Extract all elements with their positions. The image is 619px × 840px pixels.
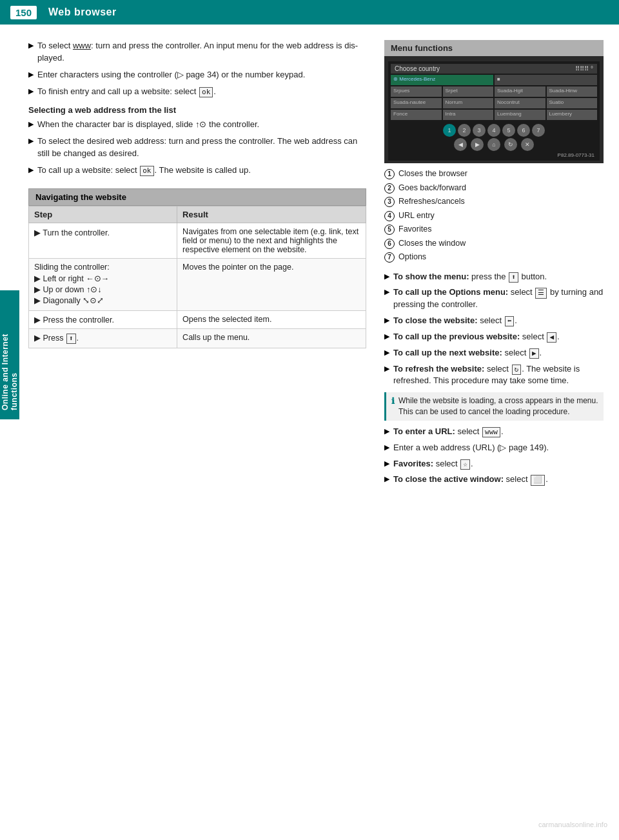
item-text: Closes the window	[398, 238, 466, 250]
bullet-item: ▶ To select www: turn and press the cont…	[28, 40, 366, 65]
screen-cell: Nocontrut	[495, 98, 545, 108]
left-column: ▶ To select www: turn and press the cont…	[28, 40, 366, 490]
bullet-arrow-icon: ▶	[34, 285, 41, 294]
bullet-item: ▶ To call up a website: select ok. The w…	[28, 165, 366, 177]
list-item: 5 Favorites	[384, 224, 604, 235]
item-text: Options	[398, 252, 426, 263]
num-circle: 3	[384, 197, 395, 207]
screen-header: Choose country ⠿⠿⠿ °	[391, 64, 597, 74]
nav-table-title: Navigating the website	[28, 188, 366, 206]
item-text: Closes the browser	[398, 168, 467, 180]
screen-cell: Intra	[443, 110, 494, 120]
col-header-result: Result	[177, 206, 366, 223]
bullet-item: ▶ To refresh the website: select ↻. The …	[384, 363, 604, 388]
nav-table: Step Result ▶ Turn the controller. Navig…	[28, 206, 366, 348]
bullet-text: To call up the previous website: select …	[393, 331, 560, 343]
bullet-text: To select www: turn and press the contro…	[37, 40, 366, 65]
screen-nav-back: ◀	[454, 138, 467, 151]
menu-functions-box: Menu functions Choose country ⠿⠿⠿ ° ⊛ Me…	[384, 40, 604, 486]
bullet-text: To show the menu: press the ⬆ button.	[393, 271, 547, 283]
bullet-text: To refresh the website: select ↻. The we…	[393, 363, 604, 388]
bullet-item: ▶ To enter a URL: select www.	[384, 426, 604, 438]
table-row: ▶ Turn the controller. Navigates from on…	[29, 223, 366, 258]
screen-btn-6: 6	[517, 124, 530, 137]
list-item: 1 Closes the browser	[384, 168, 604, 180]
bullet-arrow-icon: ▶	[384, 459, 389, 469]
bullet-text: Enter a web address (URL) (▷ page 149).	[393, 442, 549, 454]
screen-header-icons: ⠿⠿⠿ °	[575, 65, 593, 72]
screen-cell: Srpet	[443, 86, 494, 97]
bullet-text: When the character bar is displayed, sli…	[37, 119, 259, 131]
screen-cell: Suatio	[547, 98, 598, 108]
screen-cell: Suada-Hinw	[547, 86, 598, 97]
screen-nav-fwd: ▶	[471, 138, 484, 151]
bullet-arrow-icon: ▶	[384, 315, 389, 326]
list-item: 4 URL entry	[384, 210, 604, 222]
bullet-arrow-icon: ▶	[28, 41, 34, 51]
info-icon: ℹ	[391, 395, 395, 407]
screen-header-text: Choose country	[395, 65, 440, 72]
sliding-label: Sliding the controller:	[34, 263, 172, 272]
step-cell: ▶ Press ⬆.	[29, 328, 177, 348]
screen-btn-7: 7	[532, 124, 545, 137]
bullet-arrow-icon: ▶	[384, 364, 389, 374]
info-box: ℹ While the website is loading, a cross …	[384, 392, 604, 421]
list-item: 3 Refreshes/cancels	[384, 196, 604, 208]
item-text: Goes back/forward	[398, 183, 466, 194]
bullet-item: ▶ When the character bar is displayed, s…	[28, 119, 366, 131]
num-circle: 5	[384, 225, 395, 235]
screen-cell: Luembery	[547, 110, 598, 120]
bullet-item: ▶ To call up the Options menu: select ☰ …	[384, 286, 604, 311]
bullet-item: ▶ To close the website: select ⬅.	[384, 315, 604, 327]
bullet-text: To finish entry and call up a website: s…	[37, 86, 216, 98]
bullet-arrow-icon: ▶	[384, 474, 389, 485]
num-circle: 7	[384, 252, 395, 263]
sliding-line: ▶ Diagonally ⤡⊙⤢	[34, 295, 172, 305]
up-down-label: Up or down ↑⊙↓	[43, 285, 101, 294]
num-circle: 4	[384, 211, 395, 221]
table-row: Sliding the controller: ▶ Left or right …	[29, 258, 366, 310]
screen-btn-5: 5	[502, 124, 515, 137]
screen-cell: Fonce	[391, 110, 442, 120]
bullet-text: Favorites: select ☆.	[393, 458, 473, 470]
screen-nav-home: ⌂	[487, 138, 500, 151]
bullet-arrow-icon: ▶	[34, 274, 41, 283]
screenshot-inner: Choose country ⠿⠿⠿ ° ⊛ Mercedes-Benz ■ S…	[388, 61, 600, 161]
num-circle: 6	[384, 239, 395, 249]
item-text: Favorites	[398, 224, 431, 235]
right-column: Menu functions Choose country ⠿⠿⠿ ° ⊛ Me…	[384, 40, 604, 490]
screen-nav-close: ✕	[521, 138, 534, 151]
col-header-step: Step	[29, 206, 177, 223]
step-cell: ▶ Turn the controller.	[29, 223, 177, 258]
screen-cell: Luembang	[495, 110, 545, 120]
num-circle: 1	[384, 169, 395, 179]
step-cell: ▶ Press the controller.	[29, 310, 177, 328]
table-row: ▶ Press ⬆. Calls up the menu.	[29, 328, 366, 348]
page-number: 150	[10, 6, 37, 19]
screen-nav-row: ◀ ▶ ⌂ ↻ ✕	[391, 138, 597, 151]
screenshot-caption: P82.89-0773-31	[391, 152, 597, 158]
bullet-text: Enter characters using the controller (▷…	[37, 69, 305, 81]
screen-nav-refresh: ↻	[504, 138, 517, 151]
screen-cell: Suada-nautee	[391, 98, 442, 108]
bullet-arrow-icon: ▶	[384, 287, 389, 297]
bullet-arrow-icon: ▶	[384, 332, 389, 342]
page-title: Web browser	[48, 6, 117, 18]
bullet-text: To close the active window: select ⬜.	[393, 474, 548, 486]
bullet-item: ▶ Enter characters using the controller …	[28, 69, 366, 81]
nav-table-section: Navigating the website Step Result ▶ Tur…	[28, 188, 366, 348]
list-item: 7 Options	[384, 252, 604, 263]
result-cell: Navigates from one selectable item (e.g.…	[177, 223, 366, 258]
bullet-arrow-icon: ▶	[384, 443, 389, 453]
screen-bottom-row: 1 2 3 4 5 6 7	[391, 121, 597, 138]
bullet-text: To close the website: select ⬅.	[393, 315, 517, 327]
header-bar: 150 Web browser	[0, 0, 619, 25]
bullet-arrow-icon: ▶	[28, 70, 34, 80]
bullet-arrow-icon: ▶	[34, 295, 41, 305]
screen-cell-empty: ■	[495, 75, 597, 85]
list-item: 2 Goes back/forward	[384, 183, 604, 194]
screen-cell-brand: ⊛ Mercedes-Benz	[391, 75, 493, 85]
bullet-text: To select the desired web address: turn …	[37, 135, 366, 160]
screen-row: Srpues Srpet Suada-Hgit Suada-Hinw	[391, 86, 597, 97]
bullet-text: To call up a website: select ok. The web…	[37, 165, 251, 177]
